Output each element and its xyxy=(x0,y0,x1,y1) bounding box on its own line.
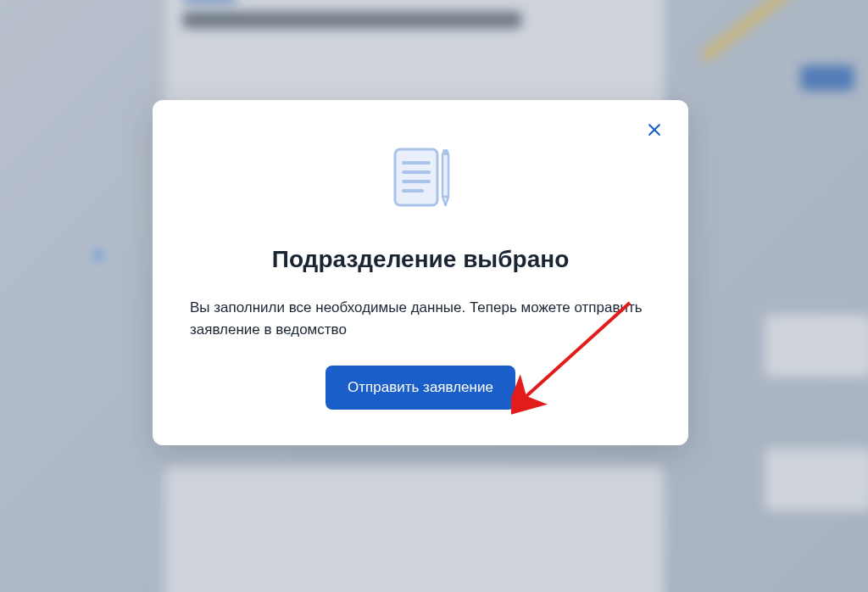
department-selected-modal: Подразделение выбрано Вы заполнили все н… xyxy=(153,100,688,445)
modal-description: Вы заполнили все необходимые данные. Теп… xyxy=(186,297,654,342)
close-icon xyxy=(646,121,663,141)
svg-rect-7 xyxy=(442,153,448,197)
document-pencil-icon xyxy=(186,144,654,215)
submit-application-button[interactable]: Отправить заявление xyxy=(326,366,515,410)
close-button[interactable] xyxy=(643,119,666,142)
svg-rect-2 xyxy=(395,149,437,205)
modal-title: Подразделение выбрано xyxy=(186,246,654,273)
svg-rect-8 xyxy=(442,149,448,155)
